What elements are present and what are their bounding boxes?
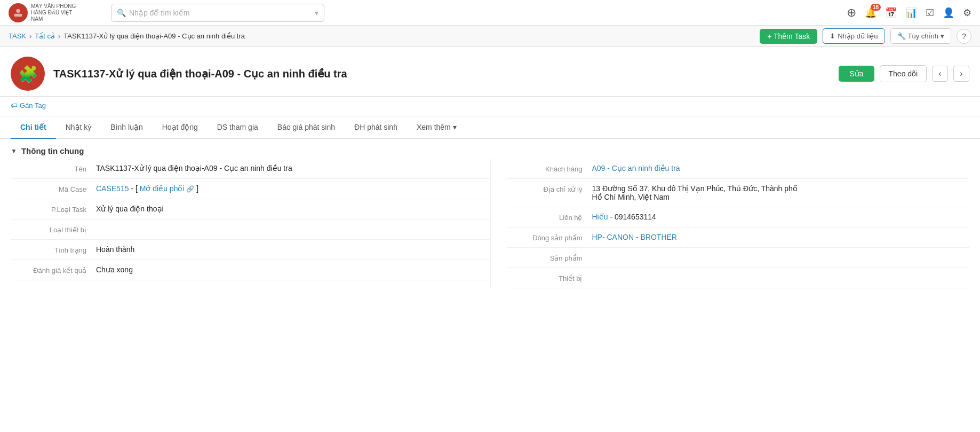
value-dia-chi: 13 Đường Số 37, Khu đô Thị Vạn Phúc, Thủ… xyxy=(592,184,970,201)
label-lien-he: Liên hệ xyxy=(507,213,592,222)
import-data-button[interactable]: ⬇ Nhập dữ liệu xyxy=(823,28,885,44)
form-row-lien-he: Liên hệ Hiếu - 0914653114 xyxy=(507,207,970,227)
top-nav: MÁY VĂN PHÒNG HÀNG ĐẦU VIỆT NAM 🔍 Nhập đ… xyxy=(0,0,980,26)
breadcrumb-current: TASK1137-Xử lý qua điện thoại-A09 - Cục … xyxy=(63,32,245,40)
search-bar[interactable]: 🔍 Nhập để tìm kiếm ▾ xyxy=(111,4,324,22)
help-button[interactable]: ? xyxy=(957,29,971,44)
record-title: TASK1137-Xử lý qua điện thoại-A09 - Cục … xyxy=(53,67,830,80)
logo-area: MÁY VĂN PHÒNG HÀNG ĐẦU VIỆT NAM xyxy=(9,3,105,22)
notification-icon-wrap[interactable]: 🔔 18 xyxy=(865,7,877,19)
record-avatar: 🧩 xyxy=(11,57,45,91)
label-loai-thiet-bi: Loại thiết bị xyxy=(11,225,96,234)
sep2: › xyxy=(58,32,60,40)
form-right: Khách hàng A09 - Cục an ninh điều tra Đị… xyxy=(490,159,970,288)
tag-icon: 🏷 xyxy=(11,101,18,109)
settings-icon[interactable]: ⚙ xyxy=(963,7,971,19)
form-grid: Tên TASK1137-Xử lý qua điện thoại-A09 - … xyxy=(0,159,980,299)
sep1: › xyxy=(29,32,31,40)
value-tinh-trang: Hoàn thành xyxy=(96,245,490,254)
record-title-area: TASK1137-Xử lý qua điện thoại-A09 - Cục … xyxy=(53,67,830,80)
form-row-dong-sp: Dòng sản phẩm HP- CANON - BROTHER xyxy=(507,227,970,248)
tab-ds-tham-gia[interactable]: DS tham gia xyxy=(208,116,268,139)
case-link[interactable]: CASE515 xyxy=(96,184,129,193)
nav-right: ⊕ 🔔 18 📅 📊 ☑ 👤 ⚙ xyxy=(847,6,971,20)
import-data-label: Nhập dữ liệu xyxy=(838,32,878,40)
tab-nhat-ky[interactable]: Nhật ký xyxy=(56,116,101,139)
form-row-ten: Tên TASK1137-Xử lý qua điện thoại-A09 - … xyxy=(11,159,490,179)
breadcrumb-all[interactable]: Tất cả xyxy=(35,32,55,40)
checklist-icon[interactable]: ☑ xyxy=(926,7,934,19)
label-thiet-bi: Thiết bị xyxy=(507,273,592,282)
user-icon[interactable]: 👤 xyxy=(943,7,954,19)
label-dia-chi: Địa chỉ xử lý xyxy=(507,184,592,193)
customize-button[interactable]: 🔧 Tùy chỉnh ▾ xyxy=(890,28,951,44)
follow-button[interactable]: Theo dõi xyxy=(880,65,927,82)
form-row-danh-gia: Đánh giá kết quả Chưa xong xyxy=(11,260,490,280)
value-ten: TASK1137-Xử lý qua điện thoại-A09 - Cục … xyxy=(96,164,490,172)
notification-badge: 18 xyxy=(871,4,881,11)
section-header: ▼ Thông tin chung xyxy=(0,139,980,159)
tab-chi-tiet[interactable]: Chi tiết xyxy=(11,116,56,139)
form-row-san-pham: Sản phẩm xyxy=(507,248,970,268)
tab-hoat-dong[interactable]: Hoạt động xyxy=(153,116,208,139)
svg-point-0 xyxy=(16,9,20,12)
form-left: Tên TASK1137-Xử lý qua điện thoại-A09 - … xyxy=(11,159,490,288)
form-row-tinh-trang: Tình trạng Hoàn thành xyxy=(11,240,490,260)
label-ten: Tên xyxy=(11,164,96,173)
gan-tag-label: Gán Tag xyxy=(20,101,46,109)
xem-them-label: Xem thêm xyxy=(417,123,451,131)
record-actions: Sửa Theo dõi ‹ › xyxy=(839,65,969,82)
search-icon: 🔍 xyxy=(117,9,126,17)
tabs-bar: Chi tiết Nhật ký Bình luận Hoạt động DS … xyxy=(0,116,980,139)
next-record-button[interactable]: › xyxy=(953,66,969,82)
dong-sp-link[interactable]: HP- CANON - BROTHER xyxy=(592,233,677,241)
value-danh-gia: Chưa xong xyxy=(96,265,490,274)
label-ploai-task: P.Loại Task xyxy=(11,205,96,214)
chevron-down-customize-icon: ▾ xyxy=(941,32,944,40)
chevron-down-tab-icon: ▾ xyxy=(453,123,457,131)
breadcrumb-bar: TASK › Tất cả › TASK1137-Xử lý qua điện … xyxy=(0,26,980,47)
form-row-thiet-bi: Thiết bị xyxy=(507,268,970,288)
value-khach-hang[interactable]: A09 - Cục an ninh điều tra xyxy=(592,164,970,172)
mo-dieu-phoi-link[interactable]: Mở điều phối xyxy=(140,184,185,193)
add-icon[interactable]: ⊕ xyxy=(847,6,856,20)
label-san-pham: Sản phẩm xyxy=(507,253,592,262)
tab-xem-them[interactable]: Xem thêm ▾ xyxy=(407,116,466,139)
form-row-khach-hang: Khách hàng A09 - Cục an ninh điều tra xyxy=(507,159,970,179)
section-title: Thông tin chung xyxy=(21,146,84,155)
khach-hang-link[interactable]: A09 - Cục an ninh điều tra xyxy=(592,164,680,172)
label-dong-sp: Dòng sản phẩm xyxy=(507,233,592,242)
prev-record-button[interactable]: ‹ xyxy=(932,66,948,82)
lien-he-phone: - 0914653114 xyxy=(610,213,656,221)
value-lien-he: Hiếu - 0914653114 xyxy=(592,213,970,221)
form-row-ploai-task: P.Loại Task Xử lý qua điện thoại xyxy=(11,199,490,219)
logo-text: MÁY VĂN PHÒNG HÀNG ĐẦU VIỆT NAM xyxy=(31,3,84,22)
record-header: 🧩 TASK1137-Xử lý qua điện thoại-A09 - Cụ… xyxy=(0,47,980,97)
label-ma-case: Mã Case xyxy=(11,184,96,193)
download-icon: ⬇ xyxy=(830,32,835,40)
edit-button[interactable]: Sửa xyxy=(839,66,874,82)
svg-rect-1 xyxy=(14,13,22,17)
tab-bao-gia-phat-sinh[interactable]: Báo giá phát sinh xyxy=(268,116,345,139)
value-dong-sp: HP- CANON - BROTHER xyxy=(592,233,970,241)
case-separator: - [ xyxy=(131,184,139,193)
add-task-button[interactable]: + Thêm Task xyxy=(760,29,817,44)
section-toggle-icon[interactable]: ▼ xyxy=(11,147,17,155)
form-row-ma-case: Mã Case CASE515 - [ Mở điều phối 🔗 ] xyxy=(11,179,490,199)
external-link-icon: 🔗 xyxy=(186,185,194,193)
breadcrumb-root[interactable]: TASK xyxy=(9,32,26,40)
puzzle-icon: 🧩 xyxy=(18,65,38,83)
gan-tag-bar: 🏷 Gán Tag xyxy=(0,97,980,116)
tab-binh-luan[interactable]: Bình luận xyxy=(101,116,152,139)
label-tinh-trang: Tình trạng xyxy=(11,245,96,254)
search-placeholder: Nhập để tìm kiếm xyxy=(129,9,189,17)
chart-icon[interactable]: 📊 xyxy=(905,7,917,19)
tab-dh-phat-sinh[interactable]: ĐH phát sinh xyxy=(345,116,407,139)
form-row-dia-chi: Địa chỉ xử lý 13 Đường Số 37, Khu đô Thị… xyxy=(507,179,970,207)
lien-he-link[interactable]: Hiếu xyxy=(592,213,608,221)
calendar-icon[interactable]: 📅 xyxy=(885,7,897,19)
gan-tag-link[interactable]: 🏷 Gán Tag xyxy=(11,101,46,109)
logo-icon xyxy=(9,3,28,22)
customize-label: Tùy chỉnh xyxy=(908,32,938,40)
breadcrumb-actions: + Thêm Task ⬇ Nhập dữ liệu 🔧 Tùy chỉnh ▾… xyxy=(760,28,971,44)
